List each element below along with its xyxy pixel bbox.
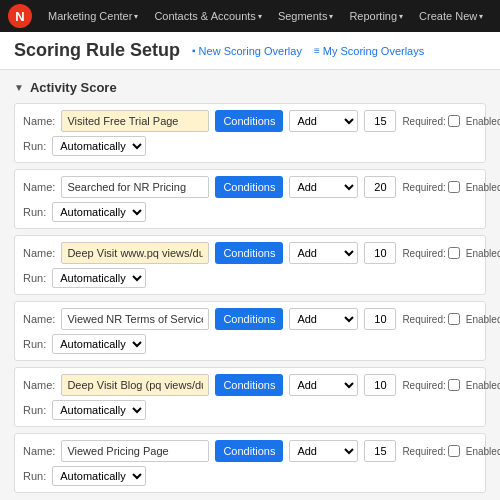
run-label: Run:: [23, 470, 46, 482]
run-type-select[interactable]: AutomaticallyEvery: [52, 268, 146, 288]
section-header: ▼ Activity Score: [14, 80, 486, 95]
rule-row-run-6: Run:AutomaticallyEvery: [23, 466, 477, 486]
name-label: Name:: [23, 115, 55, 127]
operation-select[interactable]: AddSubtract: [289, 176, 358, 198]
list-icon: ≡: [314, 45, 320, 56]
conditions-button[interactable]: Conditions: [215, 242, 283, 264]
rule-card-2: Name:ConditionsAddSubtractRequired:Enabl…: [14, 169, 486, 229]
main-content: ▼ Activity Score Name:ConditionsAddSubtr…: [0, 70, 500, 496]
score-input[interactable]: [364, 308, 396, 330]
rule-name-input[interactable]: [61, 308, 209, 330]
score-input[interactable]: [364, 110, 396, 132]
my-scoring-overlays-link[interactable]: ≡ My Scoring Overlays: [314, 45, 424, 57]
score-input[interactable]: [364, 440, 396, 462]
nav-item-contacts[interactable]: Contacts & Accounts ▾: [148, 6, 268, 26]
enabled-group: Enabled:: [466, 313, 500, 325]
nav-logo[interactable]: N: [8, 4, 32, 28]
name-label: Name:: [23, 313, 55, 325]
rules-container: Name:ConditionsAddSubtractRequired:Enabl…: [14, 103, 486, 496]
run-type-select[interactable]: AutomaticallyEvery: [52, 202, 146, 222]
required-group: Required:: [402, 313, 459, 325]
required-checkbox[interactable]: [448, 181, 460, 193]
conditions-button[interactable]: Conditions: [215, 110, 283, 132]
required-label: Required:: [402, 116, 445, 127]
operation-select[interactable]: AddSubtract: [289, 440, 358, 462]
rule-row-run-4: Run:AutomaticallyEvery: [23, 334, 477, 354]
enabled-group: Enabled:: [466, 379, 500, 391]
section-toggle[interactable]: ▼: [14, 82, 24, 93]
required-group: Required:: [402, 247, 459, 259]
required-checkbox[interactable]: [448, 247, 460, 259]
plus-icon: ▪: [192, 45, 196, 56]
run-label: Run:: [23, 140, 46, 152]
conditions-button[interactable]: Conditions: [215, 176, 283, 198]
chevron-down-icon: ▾: [399, 12, 403, 21]
rule-name-input[interactable]: [61, 176, 209, 198]
nav-item-create[interactable]: Create New ▾: [413, 6, 489, 26]
run-type-select[interactable]: AutomaticallyEvery: [52, 136, 146, 156]
required-checkbox[interactable]: [448, 313, 460, 325]
rule-name-input[interactable]: [61, 440, 209, 462]
enabled-label: Enabled:: [466, 446, 500, 457]
rule-card-4: Name:ConditionsAddSubtractRequired:Enabl…: [14, 301, 486, 361]
page-title: Scoring Rule Setup: [14, 40, 180, 61]
rule-row-run-1: Run:AutomaticallyEvery: [23, 136, 477, 156]
operation-select[interactable]: AddSubtract: [289, 110, 358, 132]
operation-select[interactable]: AddSubtract: [289, 242, 358, 264]
conditions-button[interactable]: Conditions: [215, 440, 283, 462]
required-checkbox[interactable]: [448, 379, 460, 391]
nav-item-reporting[interactable]: Reporting ▾: [343, 6, 409, 26]
chevron-down-icon: ▾: [329, 12, 333, 21]
rule-row-main-6: Name:ConditionsAddSubtractRequired:Enabl…: [23, 440, 477, 462]
rule-name-input[interactable]: [61, 374, 209, 396]
required-label: Required:: [402, 314, 445, 325]
chevron-down-icon: ▾: [258, 12, 262, 21]
rule-card-5: Name:ConditionsAddSubtractRequired:Enabl…: [14, 367, 486, 427]
rule-card-1: Name:ConditionsAddSubtractRequired:Enabl…: [14, 103, 486, 163]
rule-name-input[interactable]: [61, 110, 209, 132]
rule-card-3: Name:ConditionsAddSubtractRequired:Enabl…: [14, 235, 486, 295]
conditions-button[interactable]: Conditions: [215, 308, 283, 330]
rule-row-run-3: Run:AutomaticallyEvery: [23, 268, 477, 288]
run-type-select[interactable]: AutomaticallyEvery: [52, 400, 146, 420]
top-nav: N Marketing Center ▾ Contacts & Accounts…: [0, 0, 500, 32]
required-label: Required:: [402, 182, 445, 193]
required-group: Required:: [402, 181, 459, 193]
name-label: Name:: [23, 379, 55, 391]
rule-row-main-1: Name:ConditionsAddSubtractRequired:Enabl…: [23, 110, 477, 132]
score-input[interactable]: [364, 176, 396, 198]
name-label: Name:: [23, 445, 55, 457]
rule-row-main-4: Name:ConditionsAddSubtractRequired:Enabl…: [23, 308, 477, 330]
operation-select[interactable]: AddSubtract: [289, 374, 358, 396]
required-label: Required:: [402, 248, 445, 259]
required-label: Required:: [402, 380, 445, 391]
chevron-down-icon: ▾: [134, 12, 138, 21]
rule-name-input[interactable]: [61, 242, 209, 264]
conditions-button[interactable]: Conditions: [215, 374, 283, 396]
required-checkbox[interactable]: [448, 445, 460, 457]
enabled-group: Enabled:: [466, 181, 500, 193]
nav-item-marketing[interactable]: Marketing Center ▾: [42, 6, 144, 26]
score-input[interactable]: [364, 242, 396, 264]
enabled-label: Enabled:: [466, 116, 500, 127]
run-type-select[interactable]: AutomaticallyEvery: [52, 466, 146, 486]
nav-item-segments[interactable]: Segments ▾: [272, 6, 340, 26]
name-label: Name:: [23, 181, 55, 193]
run-label: Run:: [23, 404, 46, 416]
rule-row-run-5: Run:AutomaticallyEvery: [23, 400, 477, 420]
enabled-group: Enabled:: [466, 247, 500, 259]
required-group: Required:: [402, 445, 459, 457]
chevron-down-icon: ▾: [479, 12, 483, 21]
required-checkbox[interactable]: [448, 115, 460, 127]
enabled-group: Enabled:: [466, 115, 500, 127]
run-type-select[interactable]: AutomaticallyEvery: [52, 334, 146, 354]
new-scoring-overlay-link[interactable]: ▪ New Scoring Overlay: [192, 45, 302, 57]
required-group: Required:: [402, 115, 459, 127]
score-input[interactable]: [364, 374, 396, 396]
page-header: Scoring Rule Setup ▪ New Scoring Overlay…: [0, 32, 500, 70]
required-group: Required:: [402, 379, 459, 391]
operation-select[interactable]: AddSubtract: [289, 308, 358, 330]
rule-card-6: Name:ConditionsAddSubtractRequired:Enabl…: [14, 433, 486, 493]
enabled-label: Enabled:: [466, 182, 500, 193]
name-label: Name:: [23, 247, 55, 259]
